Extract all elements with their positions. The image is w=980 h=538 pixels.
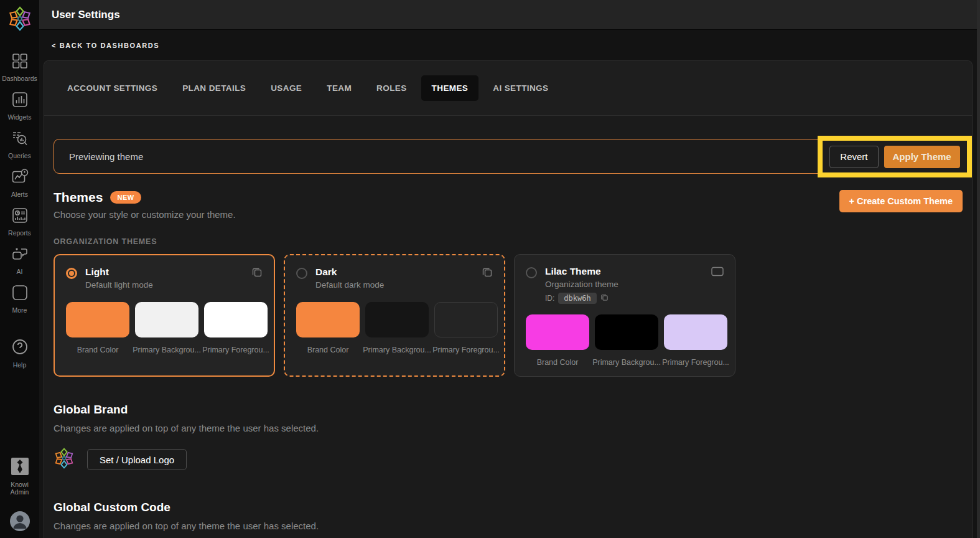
swatch-primary-background: Primary Backgrou...	[365, 302, 429, 354]
alerts-icon	[11, 168, 29, 188]
preview-banner-text: Previewing theme	[69, 151, 143, 162]
tab-plan-details[interactable]: PLAN DETAILS	[172, 75, 256, 101]
theme-description: Default dark mode	[315, 280, 482, 290]
sidebar-item-dashboards[interactable]: Dashboards	[0, 52, 39, 82]
sidebar-item-more[interactable]: More	[0, 284, 39, 314]
dashboards-icon	[11, 52, 29, 72]
theme-name: Light	[85, 267, 251, 278]
global-custom-code-title: Global Custom Code	[54, 501, 963, 514]
swatch-brand-color: Brand Color	[526, 314, 589, 367]
set-upload-logo-button[interactable]: Set / Upload Logo	[87, 449, 187, 470]
global-custom-code-section: Global Custom Code Changes are applied o…	[54, 501, 963, 531]
settings-tabbar: ACCOUNT SETTINGS PLAN DETAILS USAGE TEAM…	[44, 61, 972, 116]
sidebar-item-label: Alerts	[11, 191, 28, 198]
knowi-logo[interactable]	[7, 6, 32, 34]
themes-header-row: Themes NEW Choose your style or customiz…	[54, 190, 963, 220]
new-badge: NEW	[110, 191, 141, 204]
more-icon	[11, 284, 29, 304]
theme-id-label: ID:	[545, 294, 554, 303]
back-to-dashboards-link[interactable]: < BACK TO DASHBOARDS	[52, 42, 159, 49]
theme-card-dark[interactable]: Dark Default dark mode	[284, 254, 505, 377]
sidebar-item-label: Knowi Admin	[7, 481, 33, 496]
lilac-radio[interactable]	[526, 267, 537, 278]
themes-subtitle: Choose your style or customize your them…	[54, 209, 236, 220]
scrollbar[interactable]	[977, 0, 980, 538]
sidebar-item-label: More	[12, 306, 27, 314]
settings-panel: ACCOUNT SETTINGS PLAN DETAILS USAGE TEAM…	[44, 60, 973, 538]
global-brand-description: Changes are applied on top of any theme …	[54, 423, 963, 433]
main-area: User Settings < BACK TO DASHBOARDS ACCOU…	[39, 0, 980, 538]
themes-title: Themes	[54, 190, 103, 205]
preview-banner-wrap: Previewing theme Revert Apply Theme	[54, 139, 963, 174]
tab-account-settings[interactable]: ACCOUNT SETTINGS	[57, 75, 168, 101]
theme-name: Lilac Theme	[545, 266, 711, 277]
theme-id-row: ID: dbkw6h	[545, 293, 711, 304]
sidebar-item-label: Dashboards	[2, 75, 37, 82]
theme-description: Organization theme	[545, 280, 711, 289]
sidebar-item-alerts[interactable]: Alerts	[0, 168, 39, 198]
swatch-primary-foreground: Primary Foregrou...	[204, 302, 268, 354]
help-icon	[11, 337, 29, 359]
theme-card-light[interactable]: Light Default light mode	[54, 254, 275, 377]
swatch-primary-foreground: Primary Foregrou...	[434, 302, 498, 354]
light-radio[interactable]	[66, 268, 77, 279]
copy-icon[interactable]	[251, 267, 263, 280]
copy-icon[interactable]	[482, 267, 493, 280]
global-custom-code-description: Changes are applied on top of any theme …	[54, 521, 963, 531]
copy-id-icon[interactable]	[600, 293, 609, 304]
dark-radio[interactable]	[296, 268, 307, 279]
tab-usage[interactable]: USAGE	[260, 75, 312, 101]
swatch-primary-background: Primary Backgrou...	[135, 302, 198, 354]
tab-themes[interactable]: THEMES	[421, 75, 479, 101]
sidebar: Dashboards Widgets Queries	[0, 0, 39, 538]
ellipsis-icon[interactable]	[711, 266, 724, 280]
ai-icon	[11, 245, 29, 265]
global-brand-section: Global Brand Changes are applied on top …	[54, 403, 963, 472]
user-avatar[interactable]	[9, 511, 30, 534]
apply-theme-button[interactable]: Apply Theme	[884, 146, 960, 168]
top-header: User Settings	[39, 0, 980, 30]
theme-name: Dark	[315, 267, 482, 278]
widgets-icon	[11, 91, 29, 111]
queries-icon	[11, 130, 29, 149]
sidebar-item-ai[interactable]: AI	[0, 245, 39, 275]
sidebar-item-knowi-admin[interactable]: Knowi Admin	[0, 457, 39, 496]
sidebar-item-help[interactable]: Help	[0, 337, 39, 369]
theme-id-value: dbkw6h	[558, 293, 596, 304]
tab-team[interactable]: TEAM	[316, 75, 362, 101]
sidebar-item-reports[interactable]: Reports	[0, 207, 39, 237]
theme-description: Default light mode	[85, 280, 251, 290]
highlight-annotation: Revert Apply Theme	[818, 136, 972, 177]
brand-logo	[54, 447, 75, 472]
sidebar-item-label: Widgets	[8, 113, 32, 121]
tab-roles[interactable]: ROLES	[366, 75, 418, 101]
back-bar: < BACK TO DASHBOARDS	[39, 30, 980, 60]
themes-content: Previewing theme Revert Apply Theme Them…	[44, 116, 972, 538]
page-title: User Settings	[52, 9, 120, 21]
swatch-primary-foreground: Primary Foregrou...	[664, 314, 727, 367]
sidebar-item-queries[interactable]: Queries	[0, 130, 39, 159]
app-root: Dashboards Widgets Queries	[0, 0, 980, 538]
theme-cards-row: Light Default light mode	[54, 254, 963, 377]
create-custom-theme-button[interactable]: + Create Custom Theme	[839, 190, 963, 212]
reports-icon	[11, 207, 29, 227]
settings-panel-wrap: ACCOUNT SETTINGS PLAN DETAILS USAGE TEAM…	[39, 60, 980, 538]
swatch-brand-color: Brand Color	[66, 302, 129, 354]
revert-button[interactable]: Revert	[829, 146, 878, 168]
theme-card-lilac[interactable]: Lilac Theme Organization theme ID: dbkw6…	[514, 254, 735, 377]
sidebar-item-label: Help	[13, 361, 27, 369]
sidebar-item-widgets[interactable]: Widgets	[0, 91, 39, 121]
organization-themes-label: ORGANIZATION THEMES	[54, 237, 963, 246]
sidebar-item-label: AI	[17, 268, 23, 275]
swatch-brand-color: Brand Color	[296, 302, 360, 354]
swatch-primary-background: Primary Backgrou...	[595, 314, 658, 367]
admin-tie-icon	[11, 457, 29, 478]
sidebar-item-label: Reports	[8, 229, 31, 237]
global-brand-title: Global Brand	[54, 403, 963, 417]
tab-ai-settings[interactable]: AI SETTINGS	[482, 75, 559, 101]
sidebar-item-label: Queries	[8, 152, 31, 159]
